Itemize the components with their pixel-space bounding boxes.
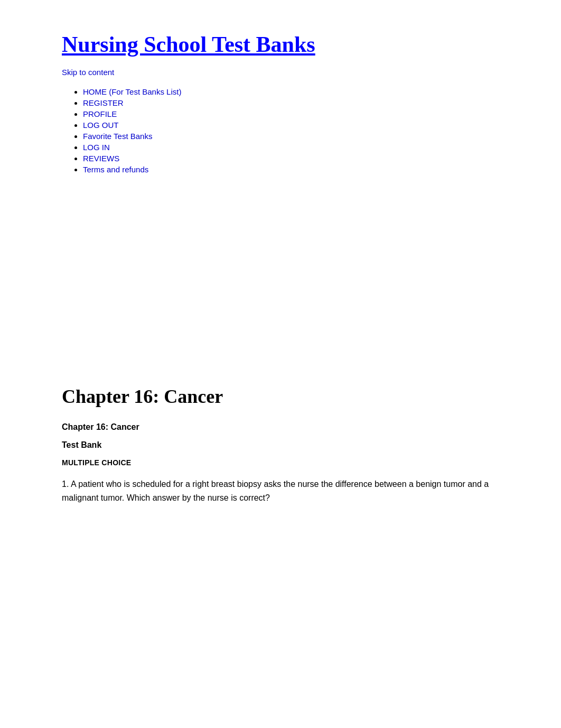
skip-to-content-link[interactable]: Skip to content [62,68,499,77]
nav-list: HOME (For Test Banks List) REGISTER PROF… [62,87,499,174]
nav-item-profile: PROFILE [83,109,499,118]
nav-link-login[interactable]: LOG IN [83,143,110,152]
nav-item-reviews: REVIEWS [83,154,499,163]
site-title[interactable]: Nursing School Test Banks [62,32,315,58]
nav-link-favorites[interactable]: Favorite Test Banks [83,132,152,141]
nav-link-reviews[interactable]: REVIEWS [83,154,119,163]
nav-link-terms[interactable]: Terms and refunds [83,165,148,174]
test-bank-label: Test Bank [62,440,499,450]
content-body: Chapter 16: Cancer Test Bank MULTIPLE CH… [62,422,499,504]
multiple-choice-label: MULTIPLE CHOICE [62,458,499,467]
nav-link-logout[interactable]: LOG OUT [83,121,119,130]
nav-item-logout: LOG OUT [83,121,499,130]
nav-item-favorites: Favorite Test Banks [83,132,499,141]
question-1: 1. A patient who is scheduled for a righ… [62,477,499,504]
page-wrapper: Nursing School Test Banks Skip to conten… [0,0,561,547]
nav-link-home[interactable]: HOME (For Test Banks List) [83,87,181,96]
chapter-title: Chapter 16: Cancer [62,385,499,408]
nav-item-home: HOME (For Test Banks List) [83,87,499,96]
nav-item-login: LOG IN [83,143,499,152]
main-navigation: HOME (For Test Banks List) REGISTER PROF… [62,87,499,174]
nav-link-register[interactable]: REGISTER [83,98,124,107]
main-content: Chapter 16: Cancer Chapter 16: Cancer Te… [62,385,499,504]
nav-item-register: REGISTER [83,98,499,107]
nav-item-terms: Terms and refunds [83,165,499,174]
chapter-heading: Chapter 16: Cancer [62,422,499,432]
nav-link-profile[interactable]: PROFILE [83,109,117,118]
